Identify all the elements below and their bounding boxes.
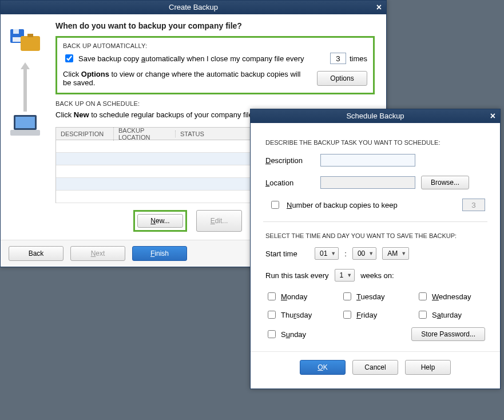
chevron-down-icon: ▼ <box>347 272 352 278</box>
day-saturday[interactable]: Saturday <box>416 309 485 320</box>
day-thursday[interactable]: Thursday <box>265 309 333 320</box>
chevron-down-icon: ▼ <box>331 251 336 256</box>
wizard-illustration <box>1 19 50 240</box>
run-task-label: Run this task every <box>265 271 329 280</box>
ampm-select[interactable]: AM▼ <box>382 247 409 260</box>
close-icon[interactable]: × <box>376 1 382 14</box>
description-input[interactable] <box>320 154 415 167</box>
weeks-select[interactable]: 1▼ <box>335 269 355 282</box>
num-copies-checkbox[interactable] <box>271 201 279 209</box>
auto-section-label: BACK UP AUTOMATICALLY: <box>63 42 367 49</box>
ok-button[interactable]: OK <box>300 360 346 375</box>
disk-briefcase-icon <box>8 26 42 58</box>
start-time-label: Start time <box>265 249 309 258</box>
help-button[interactable]: Help <box>405 360 451 375</box>
times-label: times <box>350 54 367 63</box>
col-description: DESCRIPTION <box>56 130 113 137</box>
days-grid: Monday Tuesday Wednesday Thursday Friday… <box>265 291 485 341</box>
description-label: Description <box>265 156 315 165</box>
cancel-button[interactable]: Cancel <box>352 360 398 375</box>
next-button[interactable]: Next <box>70 246 125 261</box>
svg-rect-5 <box>15 117 35 128</box>
svg-rect-6 <box>10 130 40 136</box>
options-button[interactable]: Options <box>317 71 367 86</box>
create-backup-titlebar: Create Backup × <box>1 1 386 14</box>
finish-button[interactable]: Finish <box>132 246 187 261</box>
page-heading: When do you want to backup your company … <box>55 21 375 30</box>
time-section-title: SELECT THE TIME AND DAY YOU WANT TO SAVE… <box>265 232 485 239</box>
col-location: BACKUP LOCATION <box>113 127 175 141</box>
chevron-down-icon: ▼ <box>401 251 406 256</box>
new-button-highlight: New... <box>133 210 187 232</box>
location-label: Location <box>265 179 315 187</box>
auto-backup-checkbox[interactable] <box>65 54 73 62</box>
schedule-footer: OK Cancel Help <box>251 351 500 381</box>
describe-section-title: DESCRIBE THE BACKUP TASK YOU WANT TO SCH… <box>265 139 485 146</box>
num-copies-input <box>462 199 485 211</box>
new-button[interactable]: New... <box>137 214 183 228</box>
auto-backup-count-input[interactable] <box>330 53 346 64</box>
arrow-up-icon <box>19 61 31 113</box>
schedule-backup-window: Schedule Backup × DESCRIBE THE BACKUP TA… <box>250 109 501 389</box>
options-message: Click Options to view or change where th… <box>63 70 305 87</box>
weeks-on-label: weeks on: <box>360 271 394 280</box>
day-friday[interactable]: Friday <box>341 309 408 320</box>
svg-rect-2 <box>13 37 22 42</box>
auto-backup-section: BACK UP AUTOMATICALLY: Save backup copy … <box>55 36 375 94</box>
hour-select[interactable]: 01▼ <box>315 247 339 260</box>
minute-select[interactable]: 00▼ <box>352 247 376 260</box>
day-tuesday[interactable]: Tuesday <box>341 291 408 302</box>
location-input[interactable] <box>320 176 415 189</box>
schedule-backup-title: Schedule Backup <box>346 112 404 120</box>
day-sunday[interactable]: Sunday <box>265 327 333 341</box>
schedule-section-label: BACK UP ON A SCHEDULE: <box>55 100 375 107</box>
schedule-backup-titlebar: Schedule Backup × <box>251 109 500 123</box>
svg-rect-1 <box>13 29 19 34</box>
edit-button[interactable]: Edit... <box>196 210 242 232</box>
svg-rect-3 <box>21 36 40 51</box>
back-button[interactable]: Back <box>9 246 64 261</box>
close-icon[interactable]: × <box>490 109 495 123</box>
create-backup-title: Create Backup <box>169 3 218 11</box>
chevron-down-icon: ▼ <box>368 251 374 256</box>
auto-backup-label: Save backup copy automatically when I cl… <box>78 54 304 63</box>
laptop-icon <box>8 113 42 138</box>
day-monday[interactable]: Monday <box>265 291 333 302</box>
day-wednesday[interactable]: Wednesday <box>416 291 485 302</box>
browse-button[interactable]: Browse... <box>421 176 469 189</box>
store-password-button[interactable]: Store Password... <box>411 327 485 341</box>
num-copies-label: Number of backup copies to keep <box>287 201 398 209</box>
